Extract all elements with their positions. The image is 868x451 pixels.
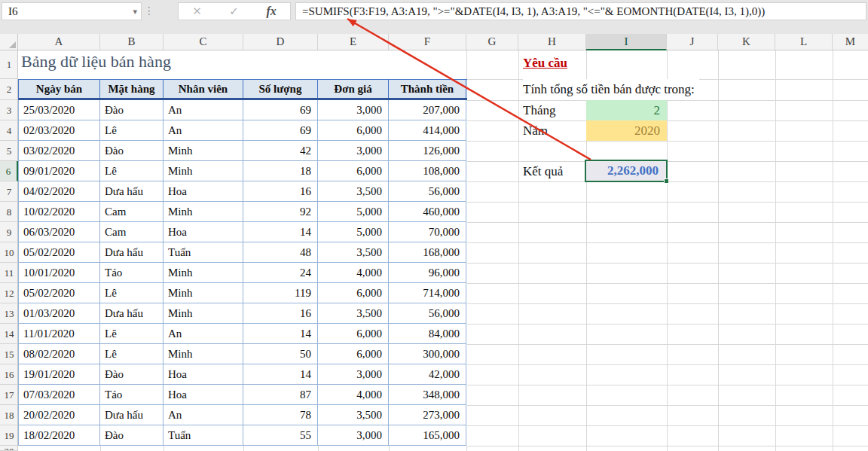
table-cell[interactable]: 92 bbox=[243, 202, 318, 222]
table-cell[interactable]: 05/02/2020 bbox=[19, 283, 100, 303]
table-cell[interactable]: 414,000 bbox=[389, 120, 466, 141]
table-cell[interactable]: 300,000 bbox=[389, 344, 466, 364]
cancel-icon[interactable]: ✕ bbox=[192, 5, 202, 18]
column-header-G[interactable]: G bbox=[466, 34, 518, 50]
table-cell[interactable]: An bbox=[164, 120, 243, 141]
table-cell[interactable]: 56,000 bbox=[389, 303, 466, 324]
table-cell[interactable]: Đào bbox=[100, 425, 164, 446]
table-cell[interactable]: 16 bbox=[243, 303, 318, 324]
name-box-dropdown-icon[interactable]: ▾ bbox=[133, 3, 137, 20]
table-cell[interactable]: 78 bbox=[243, 405, 318, 425]
column-header-L[interactable]: L bbox=[775, 34, 833, 50]
table-cell[interactable]: 87 bbox=[243, 385, 318, 405]
table-cell[interactable]: 5,000 bbox=[318, 202, 389, 222]
table-cell[interactable]: Cam bbox=[100, 222, 164, 242]
table-cell[interactable]: 14 bbox=[243, 364, 318, 385]
table-header-cell[interactable]: Thành tiền bbox=[389, 80, 466, 98]
table-cell[interactable]: Đào bbox=[100, 364, 164, 385]
table-cell[interactable]: Dưa hấu bbox=[100, 303, 164, 324]
table-cell[interactable]: 3,000 bbox=[318, 364, 389, 385]
row-header-14[interactable]: 14 bbox=[0, 324, 18, 344]
column-header-H[interactable]: H bbox=[518, 34, 586, 50]
table-cell[interactable]: 207,000 bbox=[389, 100, 466, 120]
result-cell-selected[interactable]: 2,262,000 bbox=[585, 160, 668, 182]
table-cell[interactable]: 460,000 bbox=[389, 202, 466, 222]
table-cell[interactable]: 16 bbox=[243, 181, 318, 202]
column-header-E[interactable]: E bbox=[318, 34, 389, 50]
year-input-cell[interactable]: 2020 bbox=[586, 120, 667, 141]
table-cell[interactable]: Minh bbox=[164, 161, 243, 181]
table-cell[interactable]: 3,000 bbox=[318, 141, 389, 161]
table-cell[interactable]: 3,000 bbox=[318, 425, 389, 446]
table-cell[interactable]: Hoa bbox=[164, 385, 243, 405]
row-header-18[interactable]: 18 bbox=[0, 405, 18, 425]
table-cell[interactable]: 06/03/2020 bbox=[19, 222, 100, 242]
table-cell[interactable]: 07/03/2020 bbox=[19, 385, 100, 405]
row-header-6[interactable]: 6 bbox=[0, 161, 18, 181]
row-header-12[interactable]: 12 bbox=[0, 283, 18, 303]
column-header-B[interactable]: B bbox=[100, 34, 164, 50]
column-header-I[interactable]: I bbox=[586, 34, 667, 50]
table-cell[interactable]: 119 bbox=[243, 283, 318, 303]
table-cell[interactable]: Hoa bbox=[164, 181, 243, 202]
table-cell[interactable]: 273,000 bbox=[389, 405, 466, 425]
table-cell[interactable]: 3,000 bbox=[318, 100, 389, 120]
table-cell[interactable]: 348,000 bbox=[389, 385, 466, 405]
table-cell[interactable]: 5,000 bbox=[318, 222, 389, 242]
table-cell[interactable]: 10/01/2020 bbox=[19, 263, 100, 283]
table-cell[interactable]: 3,500 bbox=[318, 303, 389, 324]
table-cell[interactable]: Cam bbox=[100, 202, 164, 222]
table-cell[interactable]: 168,000 bbox=[389, 242, 466, 263]
table-cell[interactable]: Dưa hấu bbox=[100, 242, 164, 263]
table-header-cell[interactable]: Số lượng bbox=[243, 80, 318, 98]
table-cell[interactable]: 6,000 bbox=[318, 283, 389, 303]
table-cell[interactable]: 84,000 bbox=[389, 324, 466, 344]
table-cell[interactable]: Táo bbox=[100, 263, 164, 283]
table-cell[interactable]: 11/01/2020 bbox=[19, 324, 100, 344]
table-cell[interactable]: 69 bbox=[243, 100, 318, 120]
table-cell[interactable]: 48 bbox=[243, 242, 318, 263]
table-cell[interactable]: Lê bbox=[100, 283, 164, 303]
table-cell[interactable]: 20/02/2020 bbox=[19, 405, 100, 425]
formula-input[interactable]: =SUMIFS(F3:F19, A3:A19, ">="&DATE(I4, I3… bbox=[295, 2, 866, 20]
table-header-cell[interactable]: Mặt hàng bbox=[100, 80, 164, 98]
table-cell[interactable]: 6,000 bbox=[318, 120, 389, 141]
table-cell[interactable]: 42,000 bbox=[389, 364, 466, 385]
table-cell[interactable]: 05/02/2020 bbox=[19, 242, 100, 263]
table-cell[interactable]: 6,000 bbox=[318, 324, 389, 344]
table-cell[interactable]: Táo bbox=[100, 385, 164, 405]
insert-function-icon[interactable]: fx bbox=[266, 5, 276, 18]
table-cell[interactable]: 02/03/2020 bbox=[19, 120, 100, 141]
table-cell[interactable]: 09/01/2020 bbox=[19, 161, 100, 181]
table-cell[interactable]: 69 bbox=[243, 120, 318, 141]
table-cell[interactable]: Minh bbox=[164, 283, 243, 303]
column-header-K[interactable]: K bbox=[718, 34, 775, 50]
table-cell[interactable]: 10/02/2020 bbox=[19, 202, 100, 222]
table-cell[interactable]: Minh bbox=[164, 303, 243, 324]
row-header-19[interactable]: 19 bbox=[0, 425, 18, 446]
table-cell[interactable]: 24 bbox=[243, 263, 318, 283]
table-cell[interactable]: Đào bbox=[100, 100, 164, 120]
table-header-cell[interactable]: Nhân viên bbox=[164, 80, 243, 98]
column-header-F[interactable]: F bbox=[389, 34, 466, 50]
month-input-cell[interactable]: 2 bbox=[586, 100, 667, 120]
table-cell[interactable]: 04/02/2020 bbox=[19, 181, 100, 202]
table-cell[interactable]: Lê bbox=[100, 324, 164, 344]
column-header-D[interactable]: D bbox=[243, 34, 318, 50]
table-cell[interactable]: 6,000 bbox=[318, 161, 389, 181]
row-header-11[interactable]: 11 bbox=[0, 263, 18, 283]
table-cell[interactable]: Minh bbox=[164, 202, 243, 222]
name-box[interactable]: I6 ▾ bbox=[2, 2, 142, 20]
row-header-20[interactable]: 20 bbox=[0, 446, 18, 451]
table-cell[interactable]: 4,000 bbox=[318, 263, 389, 283]
row-header-3[interactable]: 3 bbox=[0, 100, 18, 120]
row-header-2[interactable]: 2 bbox=[0, 79, 18, 100]
table-cell[interactable]: Dưa hấu bbox=[100, 405, 164, 425]
table-cell[interactable]: Lê bbox=[100, 120, 164, 141]
table-cell[interactable]: 3,500 bbox=[318, 181, 389, 202]
row-header-13[interactable]: 13 bbox=[0, 303, 18, 324]
table-cell[interactable]: An bbox=[164, 100, 243, 120]
table-cell[interactable]: 42 bbox=[243, 141, 318, 161]
table-cell[interactable]: 3,500 bbox=[318, 242, 389, 263]
fill-handle[interactable] bbox=[664, 178, 669, 184]
